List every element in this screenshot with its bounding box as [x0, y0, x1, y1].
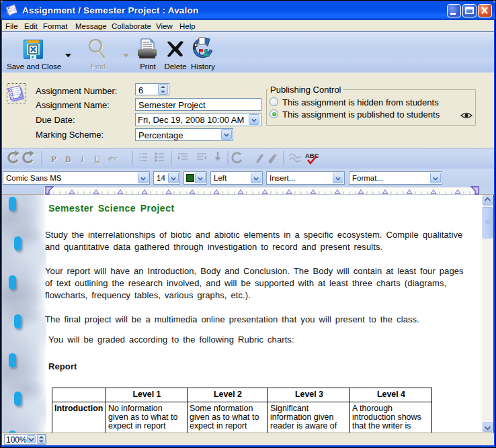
svg-text:B: B — [65, 154, 71, 164]
svg-text:abc: abc — [108, 154, 118, 162]
svg-text:ABC: ABC — [305, 152, 319, 159]
svg-text:P: P — [51, 154, 56, 164]
svg-text:I: I — [80, 154, 84, 164]
svg-text:U: U — [94, 154, 101, 164]
